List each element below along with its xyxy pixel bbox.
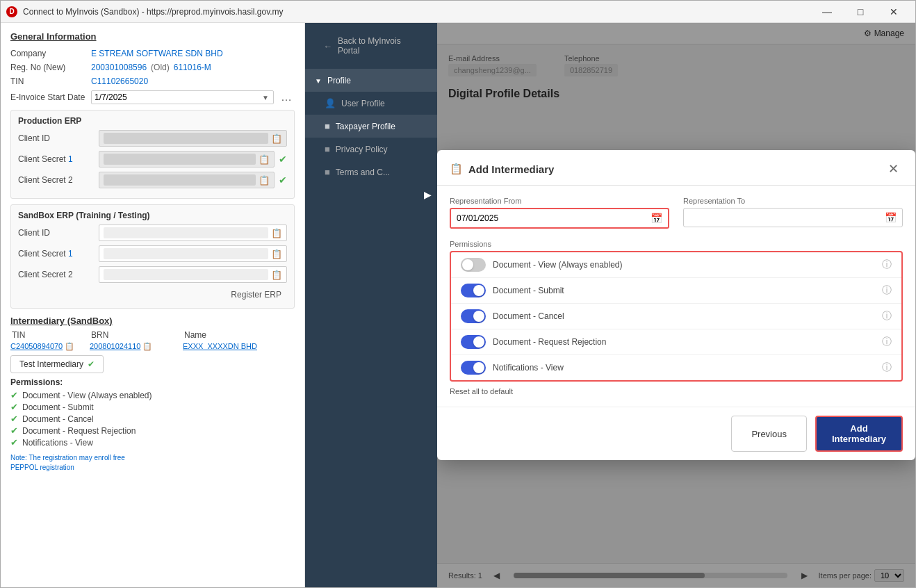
perm-check-1: ✔: [10, 402, 18, 412]
einvoice-date-dropdown[interactable]: ▼: [261, 94, 270, 101]
modal-title: 📋 Add Intermediary: [450, 163, 554, 175]
prod-secret1-label: Client Secret 1: [18, 154, 95, 164]
permissions-section: Permissions: ✔ Document - View (Always e…: [10, 377, 295, 448]
permission-info-icon-1[interactable]: ⓘ: [882, 284, 892, 297]
rep-from-calendar-icon[interactable]: 📅: [651, 213, 662, 224]
add-intermediary-button[interactable]: Add Intermediary: [815, 416, 903, 452]
permission-toggle-4[interactable]: [461, 361, 486, 375]
test-intermediary-check-icon: ✔: [88, 359, 95, 369]
tin-col-header: TIN: [12, 330, 88, 340]
reg-no-old[interactable]: 611016-M: [174, 63, 211, 72]
note-text: Note: The registration may enroll freePE…: [10, 453, 295, 473]
nav-privacy-policy[interactable]: ■ Privacy Policy: [305, 138, 437, 161]
permission-info-icon-3[interactable]: ⓘ: [882, 336, 892, 348]
prod-client-id-copy-icon[interactable]: 📋: [271, 133, 282, 144]
sandbox-secret1-row: Client Secret 1 📋: [18, 245, 287, 262]
nav-profile[interactable]: ▼ Profile: [305, 70, 437, 92]
permission-row-1: Document - Submit ⓘ: [451, 278, 901, 304]
perm-item-1: ✔ Document - Submit: [10, 402, 295, 412]
close-button[interactable]: ✕: [878, 1, 910, 23]
rep-from-label: Representation From: [450, 197, 669, 205]
sandbox-client-id-copy-icon[interactable]: 📋: [271, 228, 282, 238]
prod-secret1-copy-icon[interactable]: 📋: [259, 154, 270, 165]
reg-no-row: Reg. No (New) 200301008596 (Old) 611016-…: [10, 63, 295, 72]
permission-info-icon-2[interactable]: ⓘ: [882, 310, 892, 322]
intermediary-tin-copy-icon[interactable]: 📋: [65, 342, 74, 351]
sandbox-secret1-copy-icon[interactable]: 📋: [271, 249, 282, 259]
permission-left-3: Document - Request Rejection: [461, 335, 606, 349]
intermediary-brn-copy-icon[interactable]: 📋: [142, 342, 152, 351]
prod-client-id-label: Client ID: [18, 133, 95, 143]
reset-default-link[interactable]: Reset all to default: [450, 387, 903, 395]
nav-taxpayer-profile[interactable]: ■ Taxpayer Profile: [305, 115, 437, 138]
intermediary-brn-link[interactable]: 200801024110: [90, 342, 140, 350]
perm-item-0: ✔ Document - View (Always enabled): [10, 390, 295, 400]
modal-close-button[interactable]: ✕: [884, 160, 903, 178]
intermediary-tin-link[interactable]: C24050894070: [10, 342, 63, 350]
prod-secret1-input: 📋: [99, 151, 275, 168]
permission-toggle-1[interactable]: [461, 284, 486, 297]
permission-row-3: Document - Request Rejection ⓘ: [451, 329, 901, 355]
sandbox-client-id-blurred: [104, 227, 268, 238]
modal-title-text: Add Intermediary: [468, 163, 554, 175]
add-intermediary-modal: 📋 Add Intermediary ✕ Representation From: [437, 150, 915, 460]
nav-back-to-portal[interactable]: ← Back to MyInvois Portal: [313, 30, 429, 62]
sandbox-secret2-copy-icon[interactable]: 📋: [271, 270, 282, 280]
toggle-thumb-4: [473, 362, 484, 373]
einvoice-date-input[interactable]: [95, 92, 261, 102]
sandbox-client-id-label: Client ID: [18, 228, 95, 238]
perm-item-2: ✔ Document - Cancel: [10, 414, 295, 424]
rep-from-input[interactable]: [457, 213, 648, 223]
perm-item-4: ✔ Notifications - View: [10, 437, 295, 448]
perm-label-0: Document - View (Always enabled): [22, 391, 152, 400]
einvoice-date-more[interactable]: …: [278, 91, 295, 104]
prod-secret2-check-icon: ✔: [279, 174, 287, 186]
permission-info-icon-4[interactable]: ⓘ: [882, 361, 892, 374]
permission-label-2: Document - Cancel: [493, 311, 564, 321]
date-fields-row: Representation From 📅 Representation To: [450, 197, 903, 229]
sandbox-secret1-label: Client Secret 1: [18, 249, 95, 259]
register-erp-button[interactable]: Register ERP: [225, 287, 287, 302]
nav-terms[interactable]: ■ Terms and C...: [305, 161, 437, 183]
production-erp-section: Production ERP Client ID 📋 Client Secret…: [10, 110, 295, 199]
brn-col-header: BRN: [91, 330, 181, 340]
toggle-thumb-1: [473, 285, 484, 296]
perm-check-0: ✔: [10, 390, 18, 400]
permission-toggle-2[interactable]: [461, 309, 486, 323]
general-info-title: General Information: [10, 31, 295, 42]
previous-button[interactable]: Previous: [731, 416, 807, 452]
einvoice-row: E-Invoice Start Date ▼ …: [10, 90, 295, 104]
reg-no-old-label: (Old): [151, 63, 170, 72]
maximize-button[interactable]: □: [844, 1, 876, 23]
sandbox-secret2-label: Client Secret 2: [18, 270, 95, 279]
minimize-button[interactable]: —: [811, 1, 843, 23]
nav-panel: ← Back to MyInvois Portal ▼ Profile 👤 Us…: [305, 23, 437, 587]
modal-footer: Previous Add Intermediary: [437, 407, 915, 460]
reg-no-new[interactable]: 200301008596: [91, 63, 147, 72]
tin-value[interactable]: C11102665020: [91, 76, 148, 86]
nav-privacy-label: Privacy Policy: [336, 145, 388, 154]
rep-to-input[interactable]: [689, 213, 882, 222]
permission-toggle-0[interactable]: [461, 258, 486, 272]
permission-left-1: Document - Submit: [461, 284, 564, 297]
rep-to-calendar-icon[interactable]: 📅: [885, 212, 897, 223]
prod-secret2-input: 📋: [99, 172, 275, 188]
test-intermediary-button[interactable]: Test Intermediary ✔: [10, 355, 104, 373]
permission-toggle-3[interactable]: [461, 335, 486, 349]
sandbox-secret2-row: Client Secret 2 📋: [18, 266, 287, 283]
rep-to-field: Representation To 📅: [683, 197, 903, 229]
nav-user-profile[interactable]: 👤 User Profile: [305, 92, 437, 115]
prod-secret2-copy-icon[interactable]: 📋: [259, 175, 270, 186]
permission-label-1: Document - Submit: [493, 286, 564, 295]
perm-label-1: Document - Submit: [22, 402, 94, 412]
permission-info-icon-0[interactable]: ⓘ: [882, 259, 892, 271]
prod-secret2-blurred: [104, 174, 256, 186]
intermediary-section: Intermediary (SandBox) TIN BRN Name C240…: [10, 316, 295, 473]
company-row: Company E STREAM SOFTWARE SDN BHD: [10, 49, 295, 58]
company-value[interactable]: E STREAM SOFTWARE SDN BHD: [91, 49, 223, 58]
sandbox-secret2-input: 📋: [99, 266, 287, 283]
intermediary-name-link[interactable]: EXXX_XXXXDN BHD: [183, 342, 257, 350]
toggle-thumb-2: [473, 311, 484, 322]
rep-to-label: Representation To: [683, 197, 903, 205]
nav-scroll-right-icon[interactable]: ▶: [424, 189, 432, 200]
